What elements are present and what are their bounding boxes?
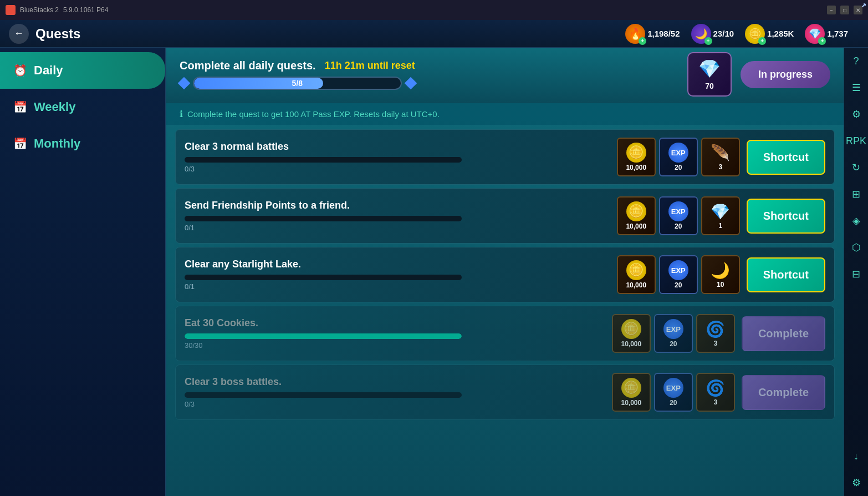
reward-count-0: 10,000	[621, 340, 642, 348]
settings-icon[interactable]: ⚙	[847, 105, 865, 123]
moon-plus-button[interactable]: +	[704, 37, 712, 45]
daily-progress-text: 5/8	[292, 79, 303, 88]
reward-gem-icon: 💎	[698, 58, 721, 79]
quest-4-name: Eat 30 Cookies.	[185, 317, 605, 329]
sidebar-item-weekly[interactable]: 📅 Weekly	[0, 89, 165, 125]
map-icon[interactable]: ◈	[847, 212, 865, 230]
quest-5-reward-0: 🪙 10,000	[612, 373, 651, 412]
monthly-nav-icon: 📅	[13, 137, 27, 150]
record-icon[interactable]: ⬡	[847, 239, 865, 256]
refresh-icon[interactable]: ↻	[847, 159, 865, 176]
quest-3-progress-bar	[185, 275, 462, 280]
quest-2-progress-bar	[185, 216, 462, 221]
reward-icon-0: 🪙	[621, 378, 641, 398]
quest-4-reward-2: 🌀 3	[696, 314, 735, 353]
in-progress-button[interactable]: In progress	[741, 61, 830, 88]
quest-summary: Complete all daily quests. 11h 21m until…	[166, 48, 844, 103]
weekly-nav-label: Weekly	[34, 100, 75, 114]
reward-icon-2: 💎	[711, 203, 730, 221]
quest-4-reward-1: EXP↗ 20	[654, 314, 693, 353]
down-icon[interactable]: ↓	[847, 447, 865, 465]
quest-2-name: Send Friendship Points to a friend.	[185, 200, 610, 211]
info-text: Complete the quest to get 100 AT Pass EX…	[187, 109, 440, 119]
daily-nav-label: Daily	[34, 63, 63, 78]
quest-4-progress-bar	[185, 333, 462, 339]
reward-count-0: 10,000	[621, 399, 642, 407]
title-bar: BlueStacks 2 5.9.0.1061 P64 − □ ✕	[0, 0, 868, 20]
quest-1-progress-text: 0/3	[185, 165, 610, 173]
main-layout: ⏰ Daily 📅 Weekly 📅 Monthly Complete all …	[0, 48, 868, 496]
reward-count-1: 20	[670, 340, 677, 348]
maximize-button[interactable]: □	[840, 6, 849, 14]
quest-5-name: Clear 3 boss battles.	[185, 376, 605, 388]
right-panel: ? ☰ ⚙ RPK ↻ ⊞ ◈ ⬡ ⊟ ↓ ⚙	[844, 48, 868, 496]
quest-4-progress-text: 30/30	[185, 341, 605, 350]
quest-item-4: Eat 30 Cookies. 30/30 🪙 10,000 EXP↗ 20 🌀…	[175, 306, 835, 361]
rpk-icon[interactable]: RPK	[847, 132, 865, 150]
daily-progress-bar: 5/8	[193, 77, 402, 90]
quest-3-name: Clear any Starlight Lake.	[185, 259, 610, 270]
progress-right-diamond	[404, 77, 417, 89]
reward-count-2: 1	[718, 222, 722, 230]
quest-3-info: Clear any Starlight Lake. 0/1	[185, 259, 610, 291]
gold-plus-button[interactable]: +	[758, 37, 766, 45]
reset-text: 11h 21m until reset	[325, 60, 415, 72]
quest-1-reward-0: 🪙 10,000	[617, 138, 656, 176]
reward-count-1: 20	[675, 222, 682, 230]
gear-icon[interactable]: ⚙	[847, 474, 865, 492]
gems-plus-button[interactable]: +	[818, 37, 826, 45]
reward-icon-1: EXP↗	[668, 201, 688, 221]
quest-4-info: Eat 30 Cookies. 30/30	[185, 317, 605, 350]
quest-3-reward-0: 🪙 10,000	[617, 255, 656, 294]
reward-icon-0: 🪙	[626, 143, 646, 163]
reward-icon-1: EXP↗	[663, 378, 683, 398]
gold-resource: 🪙 + 1,285K	[745, 24, 794, 44]
info-banner: ℹ Complete the quest to get 100 AT Pass …	[166, 103, 844, 125]
quest-item-5: Clear 3 boss battles. 0/3 🪙 10,000 EXP↗ …	[175, 365, 835, 420]
monthly-nav-label: Monthly	[34, 136, 80, 151]
controls-icon[interactable]: ⊟	[847, 265, 865, 283]
layers-icon[interactable]: ⊞	[847, 185, 865, 203]
daily-progress-fill	[194, 78, 323, 89]
reward-gem-count: 70	[705, 82, 714, 90]
reward-count-2: 10	[717, 281, 724, 289]
quest-5-progress-bar	[185, 392, 462, 398]
shortcut-button-1[interactable]: Shortcut	[747, 140, 825, 175]
daily-reward-box: 💎 70	[687, 52, 732, 97]
reward-count-0: 10,000	[626, 222, 646, 230]
weekly-nav-icon: 📅	[13, 100, 27, 114]
stamina-resource: 🔥 + 1,198/52	[625, 24, 680, 44]
reward-count-2: 3	[714, 340, 718, 347]
window-controls: − □ ✕	[827, 6, 862, 14]
help-icon[interactable]: ?	[847, 52, 865, 70]
app-name: BlueStacks 2	[20, 6, 59, 14]
minimize-button[interactable]: −	[827, 6, 836, 14]
reward-count-2: 3	[718, 163, 722, 171]
sidebar-item-daily[interactable]: ⏰ Daily	[0, 52, 165, 89]
reward-count-1: 20	[670, 399, 677, 407]
complete-button-4[interactable]: Complete	[742, 316, 825, 351]
gems-value: 1,737	[827, 29, 848, 38]
quest-1-reward-1: EXP↗ 20	[659, 138, 698, 176]
reward-icon-1: EXP↗	[668, 260, 688, 280]
quest-3-reward-2: 🌙 10	[701, 255, 740, 294]
quest-2-reward-0: 🪙 10,000	[617, 196, 656, 235]
quest-4-progress-fill	[185, 333, 462, 339]
quest-5-info: Clear 3 boss battles. 0/3	[185, 376, 605, 408]
complete-button-5[interactable]: Complete	[742, 375, 825, 410]
content-area: Complete all daily quests. 11h 21m until…	[166, 48, 844, 496]
reward-count-0: 10,000	[626, 281, 646, 289]
quest-4-reward-0: 🪙 10,000	[612, 314, 651, 353]
back-button[interactable]: ←	[9, 24, 29, 44]
stamina-plus-button[interactable]: +	[639, 37, 646, 45]
shortcut-button-2[interactable]: Shortcut	[747, 199, 825, 234]
daily-progress-bar-row: 5/8	[180, 77, 415, 90]
quest-3-progress-text: 0/1	[185, 282, 610, 291]
page-title: Quests	[35, 26, 80, 42]
quest-2-reward-2: 💎 1	[701, 196, 740, 235]
quest-5-reward-2: 🌀 3	[696, 373, 735, 412]
daily-nav-icon: ⏰	[13, 64, 27, 77]
sidebar-item-monthly[interactable]: 📅 Monthly	[0, 125, 165, 162]
shortcut-button-3[interactable]: Shortcut	[747, 257, 825, 292]
menu-icon[interactable]: ☰	[847, 79, 865, 97]
